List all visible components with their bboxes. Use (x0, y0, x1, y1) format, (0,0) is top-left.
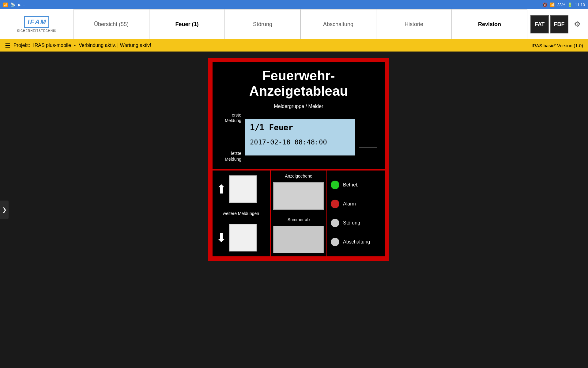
project-bar: ☰ Projekt: IRAS plus-mobile - Verbindung… (0, 39, 588, 52)
tab-feuer[interactable]: Feuer (1) (149, 9, 225, 39)
fat-button[interactable]: FAT (530, 15, 549, 33)
logo-subtitle: SICHERHEITSTECHNIK (17, 29, 56, 33)
sidebar-chevron[interactable]: ❯ (0, 201, 9, 219)
main-content: ❯ Feuerwehr-Anzeigetableau Meldergruppe … (0, 52, 588, 368)
summer-ab-box[interactable] (273, 226, 324, 253)
arrow-down-icon[interactable]: ⬇ (216, 231, 227, 245)
menu-dots: ... (23, 2, 27, 7)
status-bar: 📶 📡 ▶ ... 🔇 📶 23% 🔋 11:10 (0, 0, 588, 9)
fat-bottom-right: Betrieb Alarm Störung Abschaltung (328, 171, 385, 256)
status-abschaltung: Abschaltung (331, 238, 382, 246)
fat-top-section: Feuerwehr-Anzeigetableau Meldergruppe / … (213, 62, 385, 169)
fat-panel: Feuerwehr-Anzeigetableau Meldergruppe / … (208, 58, 389, 261)
fbf-button[interactable]: FBF (550, 15, 568, 33)
project-status: Verbindung aktiv. | Wartung aktiv! (79, 43, 151, 48)
fat-bottom-left: ⬆ weitere Meldungen ⬇ (213, 171, 270, 256)
display-line1: 1/1 Feuer (250, 123, 350, 132)
control-box-up[interactable] (229, 175, 257, 203)
project-name: IRAS plus-mobile (33, 43, 71, 48)
project-separator: - (74, 43, 76, 48)
settings-button[interactable]: ⚙ (570, 15, 585, 33)
tab-revision[interactable]: Revision (452, 9, 527, 39)
battery-icon: 🔋 (567, 2, 572, 7)
weitere-meldungen-label: weitere Meldungen (223, 211, 259, 216)
storung-label: Störung (343, 220, 360, 226)
betrieb-label: Betrieb (343, 182, 359, 188)
logo-M: M (40, 18, 46, 26)
letzte-meldung-text: letzteMeldung (220, 151, 241, 162)
right-line-top (359, 148, 377, 148)
tab-historie[interactable]: Historie (376, 9, 452, 39)
logo-F: F (30, 18, 34, 26)
fat-display-row: ersteMeldung letzteMeldung 1/1 Feuer 201… (220, 112, 377, 162)
logo-A: A (35, 18, 40, 26)
project-label: Projekt: (13, 43, 30, 48)
logo-area: I F A M SICHERHEITSTECHNIK (0, 9, 74, 39)
tab-abschaltung[interactable]: Abschaltung (300, 9, 376, 39)
tab-storung[interactable]: Störung (225, 9, 300, 39)
nav-tabs: Übersicht (55) Feuer (1) Störung Abschal… (74, 9, 527, 39)
tab-ubersicht[interactable]: Übersicht (55) (74, 9, 149, 39)
summer-ab-label: Summer ab (273, 217, 324, 222)
version-info: IRAS basic² Version (1.0) (532, 43, 583, 48)
fat-bottom-middle: Anzeigeebene Summer ab (270, 171, 327, 256)
display-line2: 2017-02-18 08:48:00 (250, 138, 350, 146)
erste-meldung-text: ersteMeldung (220, 112, 241, 123)
header: I F A M SICHERHEITSTECHNIK Übersicht (55… (0, 9, 588, 39)
fat-bottom-section: ⬆ weitere Meldungen ⬇ Anzeigeebene Summe… (213, 171, 385, 256)
fat-display-box: 1/1 Feuer 2017-02-18 08:48:00 (245, 119, 355, 155)
chevron-right-icon: ❯ (2, 206, 7, 213)
right-buttons: FAT FBF ⚙ (527, 9, 588, 39)
status-storung: Störung (331, 219, 382, 227)
melder-label: Meldergruppe / Melder (220, 104, 377, 109)
control-box-down[interactable] (229, 224, 257, 251)
abschaltung-label: Abschaltung (343, 239, 370, 245)
project-info: ☰ Projekt: IRAS plus-mobile - Verbindung… (5, 42, 151, 49)
fat-title: Feuerwehr-Anzeigetableau (220, 68, 377, 99)
status-left: 📶 📡 ▶ ... (3, 2, 27, 7)
abschaltung-dot (331, 238, 339, 246)
signal-icon: 📶 (3, 2, 8, 7)
anzeigeebene-box[interactable] (273, 182, 324, 210)
erste-meldung-label: ersteMeldung letzteMeldung (220, 112, 241, 162)
betrieb-dot (331, 181, 339, 189)
mute-icon: 🔇 (542, 2, 547, 7)
arrow-down-row: ⬇ (216, 224, 266, 251)
battery-percent: 23% (557, 2, 565, 7)
time-display: 11:10 (575, 2, 585, 7)
wifi-status-icon: 📶 (550, 2, 555, 7)
storung-dot (331, 219, 339, 227)
status-betrieb: Betrieb (331, 181, 382, 189)
logo-box: I F A M (24, 16, 49, 28)
anzeigeebene-label: Anzeigeebene (273, 174, 324, 178)
arrow-up-icon[interactable]: ⬆ (216, 182, 227, 196)
wifi-icon: 📡 (10, 2, 15, 7)
logo-I: I (28, 18, 29, 26)
arrow-up-row: ⬆ (216, 175, 266, 203)
status-right: 🔇 📶 23% 🔋 11:10 (542, 2, 585, 7)
alarm-dot (331, 200, 339, 208)
play-icon: ▶ (18, 2, 21, 7)
status-alarm: Alarm (331, 200, 382, 208)
hamburger-menu-icon[interactable]: ☰ (5, 42, 10, 49)
alarm-label: Alarm (343, 201, 356, 207)
